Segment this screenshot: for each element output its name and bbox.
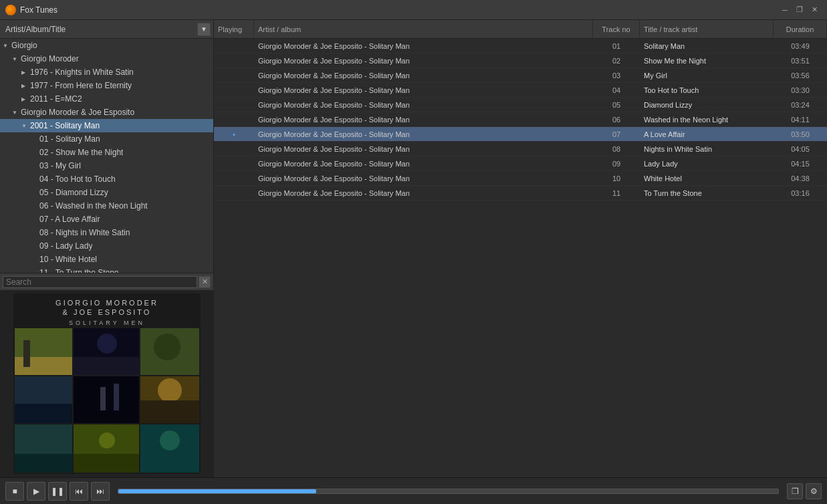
tree-item-giorgio-moroder[interactable]: ▼Giorgio Moroder: [0, 52, 213, 66]
col-header-artist[interactable]: Artist / album: [254, 20, 593, 38]
restore-button[interactable]: ❐: [792, 3, 807, 17]
col-header-playing[interactable]: Playing: [214, 20, 254, 38]
cell-duration: 03:16: [774, 189, 827, 197]
search-input[interactable]: [3, 276, 197, 288]
svg-rect-23: [15, 404, 72, 423]
playlist-row[interactable]: Giorgio Moroder & Joe Esposito - Solitar…: [214, 53, 827, 68]
tree-label: 08 - Nights in White Satin: [39, 228, 130, 237]
cell-artist: Giorgio Moroder & Joe Esposito - Solitar…: [254, 86, 593, 94]
playlist-row[interactable]: Giorgio Moroder & Joe Esposito - Solitar…: [214, 112, 827, 127]
playlist[interactable]: Giorgio Moroder & Joe Esposito - Solitar…: [214, 39, 827, 477]
prev-button[interactable]: ⏮: [70, 482, 88, 501]
bottom-right: ❐ ⚙: [787, 483, 822, 499]
playlist-row[interactable]: Giorgio Moroder & Joe Esposito - Solitar…: [214, 186, 827, 201]
tree-item-2011-emc2[interactable]: ▶2011 - E=MC2: [0, 92, 213, 106]
playlist-row[interactable]: Giorgio Moroder & Joe Esposito - Solitar…: [214, 98, 827, 112]
tree-label: Giorgio Moroder: [21, 54, 79, 64]
cell-duration: 03:30: [774, 86, 827, 94]
tree-label: 1976 - Knights in White Satin: [30, 68, 134, 77]
cell-track: 07: [593, 130, 640, 138]
col-header-title[interactable]: Title / track artist: [640, 20, 774, 38]
tree-item-t05[interactable]: 05 - Diamond Lizzy: [0, 186, 213, 199]
cell-track: 11: [593, 189, 640, 197]
playlist-row[interactable]: Giorgio Moroder & Joe Esposito - Solitar…: [214, 83, 827, 98]
cell-title: White Hotel: [640, 174, 774, 182]
settings-button[interactable]: ⚙: [806, 483, 822, 499]
tree-label: 05 - Diamond Lizzy: [39, 188, 108, 197]
playlist-row[interactable]: Giorgio Moroder & Joe Esposito - Solitar…: [214, 156, 827, 171]
cell-artist: Giorgio Moroder & Joe Esposito - Solitar…: [254, 174, 593, 182]
tree-item-1977-from-here[interactable]: ▶1977 - From Here to Eternity: [0, 79, 213, 92]
cell-artist: Giorgio Moroder & Joe Esposito - Solitar…: [254, 72, 593, 80]
close-button[interactable]: ✕: [807, 3, 822, 17]
expand-icon: ▼: [12, 110, 19, 116]
cell-track: 01: [593, 42, 640, 50]
svg-rect-25: [100, 387, 106, 410]
cell-duration: 04:15: [774, 160, 827, 168]
left-panel: Artist/Album/Title ▼ ▼Giorgio▼Giorgio Mo…: [0, 20, 214, 477]
tree-item-t02[interactable]: 02 - Show Me the Night: [0, 146, 213, 159]
tree-item-t03[interactable]: 03 - My Girl: [0, 159, 213, 172]
tree-label: 02 - Show Me the Night: [39, 148, 123, 157]
play-button[interactable]: ▶: [27, 482, 45, 501]
playlist-row[interactable]: Giorgio Moroder & Joe Esposito - Solitar…: [214, 142, 827, 156]
col-header-track[interactable]: Track no: [593, 20, 640, 38]
playlist-row[interactable]: Giorgio Moroder & Joe Esposito - Solitar…: [214, 68, 827, 83]
tree-item-t04[interactable]: 04 - Too Hot to Touch: [0, 172, 213, 186]
cell-track: 10: [593, 174, 640, 182]
tree-item-t01[interactable]: 01 - Solitary Man: [0, 132, 213, 146]
cell-duration: 03:24: [774, 101, 827, 109]
col-header-duration[interactable]: Duration: [774, 20, 827, 38]
cell-duration: 04:38: [774, 174, 827, 182]
tree-dropdown-button[interactable]: ▼: [197, 23, 211, 36]
svg-point-28: [158, 378, 182, 402]
cell-title: Nights in White Satin: [640, 145, 774, 153]
cell-artist: Giorgio Moroder & Joe Esposito - Solitar…: [254, 189, 593, 197]
cell-title: Diamond Lizzy: [640, 101, 774, 109]
tree-item-t08[interactable]: 08 - Nights in White Satin: [0, 226, 213, 239]
svg-point-36: [160, 430, 180, 451]
tree-area[interactable]: ▼Giorgio▼Giorgio Moroder▶1976 - Knights …: [0, 39, 213, 273]
titlebar: Fox Tunes ─ ❐ ✕: [0, 0, 827, 20]
tree-item-t10[interactable]: 10 - White Hotel: [0, 253, 213, 266]
svg-rect-16: [23, 340, 30, 367]
cell-artist: Giorgio Moroder & Joe Esposito - Solitar…: [254, 116, 593, 124]
tree-label: 09 - Lady Lady: [39, 241, 92, 251]
window-icon-button[interactable]: ❐: [787, 483, 803, 499]
svg-point-21: [154, 334, 181, 360]
playlist-row[interactable]: •Giorgio Moroder & Joe Esposito - Solita…: [214, 127, 827, 142]
cell-title: Show Me the Night: [640, 57, 774, 65]
progress-bar[interactable]: [118, 489, 779, 494]
cell-duration: 03:51: [774, 57, 827, 65]
svg-rect-15: [15, 357, 72, 375]
app-icon: [5, 5, 16, 15]
tree-item-t11[interactable]: 11 - To Turn the Stone: [0, 266, 213, 273]
tree-item-t09[interactable]: 09 - Lady Lady: [0, 239, 213, 253]
minimize-button[interactable]: ─: [778, 3, 792, 17]
expand-icon: ▶: [21, 70, 28, 76]
cell-artist: Giorgio Moroder & Joe Esposito - Solitar…: [254, 101, 593, 109]
tree-item-2001-solitary[interactable]: ▼2001 - Solitary Man: [0, 119, 213, 132]
search-box: ✕: [0, 273, 213, 290]
pause-button[interactable]: ❚❚: [48, 482, 67, 501]
svg-text:&  JOE  ESPOSITO: & JOE ESPOSITO: [62, 308, 151, 316]
svg-rect-31: [15, 454, 72, 473]
tree-item-1976-knights[interactable]: ▶1976 - Knights in White Satin: [0, 66, 213, 79]
svg-rect-18: [74, 357, 139, 375]
cell-track: 09: [593, 160, 640, 168]
cell-title: Solitary Man: [640, 42, 774, 50]
next-button[interactable]: ⏭: [91, 482, 110, 501]
svg-point-19: [97, 334, 117, 354]
search-clear-button[interactable]: ✕: [199, 276, 211, 288]
tree-item-t07[interactable]: 07 - A Love Affair: [0, 213, 213, 226]
playlist-row[interactable]: Giorgio Moroder & Joe Esposito - Solitar…: [214, 171, 827, 186]
stop-button[interactable]: ■: [5, 482, 24, 501]
tree-item-giorgio[interactable]: ▼Giorgio: [0, 39, 213, 52]
tree-item-t06[interactable]: 06 - Washed in the Neon Light: [0, 199, 213, 213]
tree-item-giorgio-joe[interactable]: ▼Giorgio Moroder & Joe Esposito: [0, 106, 213, 119]
main-layout: Artist/Album/Title ▼ ▼Giorgio▼Giorgio Mo…: [0, 20, 827, 477]
playlist-row[interactable]: Giorgio Moroder & Joe Esposito - Solitar…: [214, 39, 827, 53]
expand-icon: ▶: [21, 96, 28, 102]
tree-label: Giorgio Moroder & Joe Esposito: [21, 108, 134, 117]
tree-label: 10 - White Hotel: [39, 255, 97, 264]
